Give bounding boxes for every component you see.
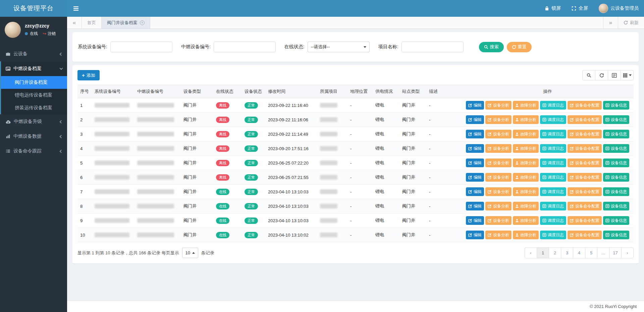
device-analysis-button[interactable]: 设备分析 — [485, 173, 512, 182]
device-info-button[interactable]: 设备信息 — [603, 173, 629, 182]
device-analysis-button[interactable]: 设备分析 — [485, 187, 512, 196]
fault-analysis-button[interactable]: 故障分析 — [513, 115, 539, 124]
device-analysis-button[interactable]: 设备分析 — [485, 216, 512, 225]
gas-device-no-input[interactable] — [214, 42, 276, 52]
system-device-no-input[interactable] — [110, 42, 172, 52]
dispatch-log-button[interactable]: 调度日志 — [540, 187, 566, 196]
lock-screen-button[interactable]: 锁屏 — [539, 0, 566, 17]
dispatch-log-button[interactable]: 调度日志 — [540, 173, 566, 182]
edit-button[interactable]: 编辑 — [466, 101, 484, 110]
online-status-select[interactable]: --请选择-- — [308, 42, 370, 52]
prev-page-button[interactable]: ‹ — [525, 247, 537, 258]
edit-button[interactable]: 编辑 — [466, 187, 484, 196]
device-info-button[interactable]: 设备信息 — [603, 159, 629, 167]
edit-button[interactable]: 编辑 — [466, 216, 484, 225]
tab-valve-well-archive[interactable]: 阀门井设备档案 × — [102, 17, 150, 28]
sidebar-toggle-button[interactable] — [67, 0, 85, 17]
dispatch-log-button[interactable]: 调度日志 — [540, 159, 566, 167]
sidebar-subitem-valve-well-archive[interactable]: 阀门井设备档案 — [1, 76, 67, 89]
dispatch-log-button[interactable]: 调度日志 — [540, 101, 566, 110]
device-analysis-button[interactable]: 设备分析 — [485, 101, 512, 110]
device-info-button[interactable]: 设备信息 — [603, 130, 629, 138]
device-command-config-button[interactable]: 设备命令配置 — [568, 115, 602, 124]
edit-button[interactable]: 编辑 — [466, 130, 484, 138]
user-menu[interactable]: 云设备管理员 — [593, 0, 644, 17]
sidebar-subitem-assembled-remote-archive[interactable]: 拼装远传设备档案 — [1, 102, 67, 114]
fault-analysis-button[interactable]: 故障分析 — [513, 101, 539, 110]
fullscreen-button[interactable]: 全屏 — [566, 0, 593, 17]
fault-analysis-button[interactable]: 故障分析 — [513, 144, 539, 153]
sidebar-item-gas-device-data[interactable]: 中燃设备数据 — [0, 129, 67, 144]
tab-home[interactable]: 首页 — [82, 17, 102, 28]
fault-analysis-button[interactable]: 故障分析 — [513, 130, 539, 138]
device-analysis-button[interactable]: 设备分析 — [485, 231, 512, 239]
device-analysis-button[interactable]: 设备分析 — [485, 115, 512, 124]
page-button[interactable]: 4 — [573, 247, 585, 258]
device-info-button[interactable]: 设备信息 — [603, 202, 629, 210]
toolbar-search-button[interactable] — [582, 70, 595, 80]
device-info-button[interactable]: 设备信息 — [603, 216, 629, 225]
page-button[interactable]: 2 — [549, 247, 561, 258]
device-info-button[interactable]: 设备信息 — [603, 187, 629, 196]
toolbar-refresh-button[interactable] — [595, 70, 608, 80]
page-button[interactable]: 3 — [561, 247, 573, 258]
refresh-tab-button[interactable]: 刷新 — [618, 17, 644, 28]
page-size-dropdown[interactable]: 10 — [182, 248, 198, 258]
edit-button[interactable]: 编辑 — [466, 159, 484, 167]
device-analysis-button[interactable]: 设备分析 — [485, 202, 512, 210]
page-button[interactable]: 1 — [537, 247, 549, 258]
device-command-config-button[interactable]: 设备命令配置 — [568, 130, 602, 138]
edit-button[interactable]: 编辑 — [466, 173, 484, 182]
device-command-config-button[interactable]: 设备命令配置 — [568, 216, 602, 225]
device-command-config-button[interactable]: 设备命令配置 — [568, 173, 602, 182]
device-info-button[interactable]: 设备信息 — [603, 144, 629, 153]
device-command-config-button[interactable]: 设备命令配置 — [568, 159, 602, 167]
dispatch-log-button[interactable]: 调度日志 — [540, 231, 566, 239]
fault-analysis-button[interactable]: 故障分析 — [513, 202, 539, 210]
close-tab-icon[interactable]: × — [140, 20, 145, 25]
next-page-button[interactable]: › — [621, 247, 634, 258]
reset-button[interactable]: 重置 — [507, 42, 532, 52]
device-command-config-button[interactable]: 设备命令配置 — [568, 144, 602, 153]
device-analysis-button[interactable]: 设备分析 — [485, 130, 512, 138]
logout-button[interactable]: ↪ 注销 — [43, 31, 56, 37]
sidebar-item-gas-device-archive[interactable]: 中燃设备档案 — [1, 61, 67, 76]
device-command-config-button[interactable]: 设备命令配置 — [568, 101, 602, 110]
device-analysis-button[interactable]: 设备分析 — [485, 144, 512, 153]
fault-analysis-button[interactable]: 故障分析 — [513, 231, 539, 239]
project-name-input[interactable] — [401, 42, 464, 52]
edit-button[interactable]: 编辑 — [466, 202, 484, 210]
dispatch-log-button[interactable]: 调度日志 — [540, 144, 566, 153]
fault-analysis-button[interactable]: 故障分析 — [513, 216, 539, 225]
sidebar-subitem-lithium-remote-archive[interactable]: 锂电远传设备档案 — [1, 89, 67, 102]
add-button[interactable]: + 添加 — [77, 70, 100, 80]
device-info-button[interactable]: 设备信息 — [603, 115, 629, 124]
device-command-config-button[interactable]: 设备命令配置 — [568, 202, 602, 210]
dispatch-log-button[interactable]: 调度日志 — [540, 130, 566, 138]
sidebar-item-gas-device-upgrade[interactable]: 中燃设备升级 — [0, 114, 67, 129]
device-info-button[interactable]: 设备信息 — [603, 101, 629, 110]
scroll-tabs-left-button[interactable]: « — [67, 17, 82, 28]
edit-button[interactable]: 编辑 — [466, 115, 484, 124]
fault-analysis-button[interactable]: 故障分析 — [513, 187, 539, 196]
fault-analysis-button[interactable]: 故障分析 — [513, 173, 539, 182]
device-command-config-button[interactable]: 设备命令配置 — [568, 231, 602, 239]
redacted-project — [320, 103, 337, 108]
device-info-button[interactable]: 设备信息 — [603, 231, 629, 239]
sidebar-item-device-command-tracking[interactable]: 设备命令跟踪 — [0, 144, 67, 159]
fault-analysis-button[interactable]: 故障分析 — [513, 159, 539, 167]
device-command-config-button[interactable]: 设备命令配置 — [568, 187, 602, 196]
scroll-tabs-right-button[interactable]: » — [603, 17, 618, 28]
page-button[interactable]: 5 — [585, 247, 597, 258]
device-analysis-button[interactable]: 设备分析 — [485, 159, 512, 167]
dispatch-log-button[interactable]: 调度日志 — [540, 202, 566, 210]
toolbar-detail-view-button[interactable] — [608, 70, 621, 80]
sidebar-item-cloud-device[interactable]: 云设备 — [0, 47, 67, 61]
dispatch-log-button[interactable]: 调度日志 — [540, 115, 566, 124]
search-button[interactable]: 搜索 — [479, 42, 504, 52]
edit-button[interactable]: 编辑 — [466, 231, 484, 239]
edit-button[interactable]: 编辑 — [466, 144, 484, 153]
toolbar-columns-button[interactable] — [621, 70, 634, 80]
page-button[interactable]: 17 — [609, 247, 622, 258]
dispatch-log-button[interactable]: 调度日志 — [540, 216, 566, 225]
